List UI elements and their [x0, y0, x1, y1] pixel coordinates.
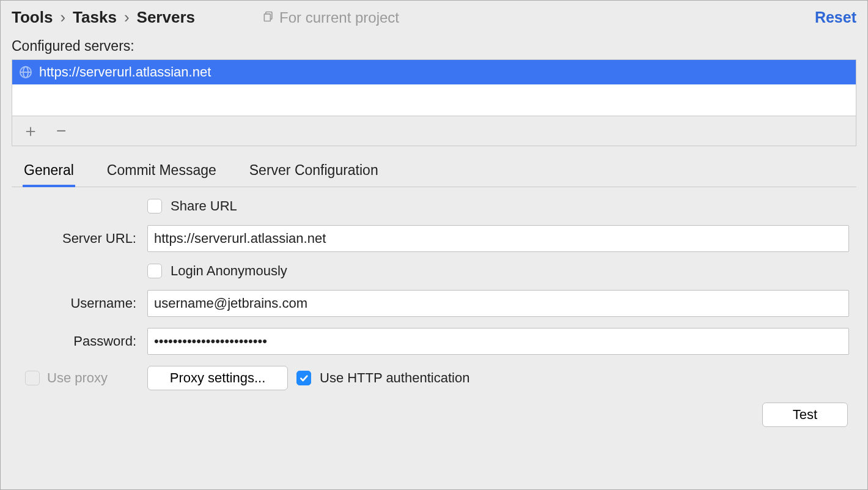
remove-server-button[interactable]: − — [56, 122, 66, 139]
server-url-text: https://serverurl.atlassian.net — [39, 64, 211, 80]
copy-icon — [262, 9, 274, 26]
scope-indicator: For current project — [262, 9, 399, 26]
server-list[interactable]: https://serverurl.atlassian.net — [12, 59, 856, 116]
server-list-item[interactable]: https://serverurl.atlassian.net — [12, 60, 856, 84]
add-server-button[interactable]: ＋ — [22, 122, 39, 139]
server-list-toolbar: ＋ − — [12, 116, 856, 146]
server-url-input[interactable] — [147, 225, 849, 252]
login-anonymously-label: Login Anonymously — [171, 263, 287, 279]
username-label: Username: — [19, 295, 147, 311]
password-input[interactable] — [147, 328, 849, 355]
globe-icon — [18, 65, 33, 80]
tab-commit-message[interactable]: Commit Message — [106, 157, 218, 187]
proxy-settings-button[interactable]: Proxy settings... — [147, 366, 288, 390]
server-url-label: Server URL: — [19, 231, 147, 247]
breadcrumb-tools[interactable]: Tools — [12, 8, 53, 27]
tab-bar: General Commit Message Server Configurat… — [12, 157, 856, 187]
chevron-right-icon: › — [124, 8, 130, 27]
tab-server-configuration[interactable]: Server Configuration — [248, 157, 380, 187]
reset-button[interactable]: Reset — [815, 9, 856, 26]
chevron-right-icon: › — [60, 8, 65, 27]
username-input[interactable] — [147, 290, 849, 317]
breadcrumb: Tools › Tasks › Servers — [12, 8, 195, 27]
password-label: Password: — [19, 333, 147, 349]
login-anonymously-checkbox[interactable] — [147, 264, 162, 278]
breadcrumb-servers[interactable]: Servers — [137, 8, 195, 27]
svg-rect-1 — [264, 13, 270, 21]
use-proxy-label: Use proxy — [47, 370, 108, 386]
configured-servers-label: Configured servers: — [12, 38, 856, 54]
scope-label: For current project — [279, 9, 399, 26]
use-proxy-checkbox — [25, 371, 40, 385]
breadcrumb-tasks[interactable]: Tasks — [73, 8, 117, 27]
use-http-auth-label: Use HTTP authentication — [320, 370, 469, 386]
use-http-auth-checkbox[interactable] — [296, 371, 311, 385]
test-button[interactable]: Test — [762, 403, 848, 427]
share-url-checkbox[interactable] — [147, 199, 162, 213]
share-url-label: Share URL — [171, 198, 237, 214]
tab-general[interactable]: General — [23, 157, 75, 187]
